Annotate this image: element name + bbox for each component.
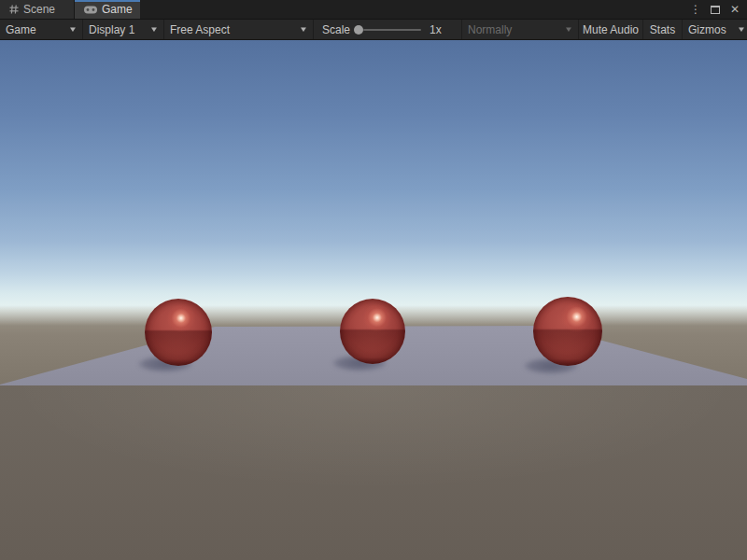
foreground-ground-plane (0, 385, 747, 560)
scale-label: Scale (322, 23, 350, 36)
chevron-down-icon: ▼ (737, 25, 746, 34)
red-sphere (145, 299, 212, 366)
display-mode-dropdown[interactable]: Game ▼ (0, 20, 83, 39)
gamepad-icon (84, 6, 97, 14)
play-focus-label: Normally (468, 23, 512, 36)
scale-slider-knob[interactable] (354, 25, 363, 35)
scene-grid-icon (9, 5, 19, 14)
display-target-dropdown[interactable]: Display 1 ▼ (83, 20, 164, 39)
play-focus-dropdown[interactable]: Normally ▼ (462, 20, 579, 39)
panel-menu-icon[interactable]: ⋮ (689, 3, 702, 16)
mute-audio-label: Mute Audio (583, 23, 639, 36)
aspect-ratio-dropdown[interactable]: Free Aspect ▼ (164, 20, 314, 39)
chevron-down-icon: ▼ (299, 25, 308, 34)
chevron-down-icon: ▼ (68, 25, 78, 34)
scale-slider-track[interactable] (363, 29, 421, 31)
mute-audio-button[interactable]: Mute Audio (579, 20, 643, 39)
aspect-ratio-label: Free Aspect (170, 23, 230, 36)
close-icon[interactable]: ✕ (728, 3, 741, 16)
gizmos-dropdown[interactable]: Gizmos ▼ (683, 20, 747, 39)
window-controls: ⋮ ✕ (689, 0, 747, 19)
scale-control: Scale 1x (314, 20, 462, 39)
maximize-icon[interactable] (709, 3, 722, 16)
game-view-toolbar: Game ▼ Display 1 ▼ Free Aspect ▼ Scale 1… (0, 20, 747, 40)
tab-game-label: Game (102, 3, 133, 16)
game-view-panel: Scene Game ⋮ ✕ Game ▼ Display 1 ▼ (0, 0, 747, 560)
stats-button[interactable]: Stats (643, 20, 683, 39)
chevron-down-icon: ▼ (564, 25, 573, 34)
display-mode-label: Game (6, 23, 36, 36)
scale-slider[interactable] (354, 25, 421, 35)
chevron-down-icon: ▼ (149, 25, 159, 34)
stats-label: Stats (650, 23, 675, 36)
tab-scene-label: Scene (23, 3, 55, 16)
tab-scene[interactable]: Scene (0, 0, 75, 19)
display-target-label: Display 1 (89, 23, 134, 36)
red-sphere (533, 297, 602, 366)
game-viewport[interactable] (0, 40, 747, 560)
red-sphere (340, 299, 405, 364)
scale-value: 1x (430, 23, 442, 36)
tab-bar: Scene Game ⋮ ✕ (0, 0, 747, 20)
tab-game[interactable]: Game (75, 0, 140, 19)
gizmos-label: Gizmos (688, 23, 726, 36)
